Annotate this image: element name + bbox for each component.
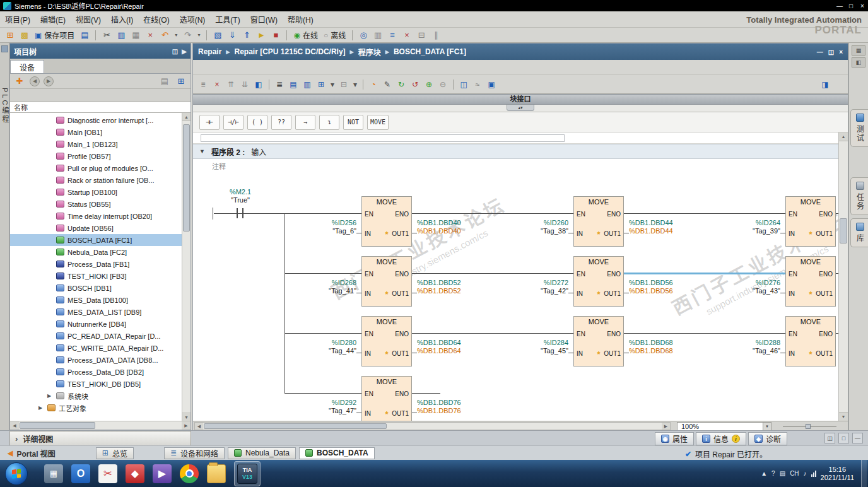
scroll-up-icon[interactable]: ▲ (839, 132, 848, 141)
move-block[interactable]: MOVE EN ENO IN OUT1 * (361, 316, 412, 367)
menu-insert[interactable]: 插入(I) (111, 14, 133, 25)
editor-vertical-scrollbar[interactable]: ▲ ▼ (838, 132, 848, 421)
list-view-icon[interactable]: ▤ (158, 75, 171, 88)
ladder-canvas[interactable]: 西门子工业技术论坛 support.industry.siemens.com/c… (193, 173, 848, 421)
tab-properties[interactable]: ◉ 属性 (655, 432, 694, 445)
add-device-icon[interactable]: ✚ (13, 75, 26, 88)
tree-item[interactable]: TEST_HIOKI_DB [DB5] (10, 378, 191, 390)
tray-expand-icon[interactable]: ▲ (761, 470, 767, 477)
expand-arrow-icon[interactable]: ▶ (47, 393, 53, 399)
move-block[interactable]: MOVE EN ENO IN OUT1 * (361, 196, 412, 247)
menu-options[interactable]: 选项(N) (180, 14, 206, 25)
tree-item[interactable]: TEST_HIOKI [FB3] (10, 270, 191, 282)
calculator-icon[interactable]: ▦ (44, 464, 63, 483)
input-operand[interactable]: %ID284 "Tag_45" (498, 339, 568, 355)
input-operand[interactable]: %ID256 "Tag_6" (286, 219, 356, 235)
tree-item[interactable]: Main_1 [OB123] (10, 138, 191, 150)
split-horizontal-icon[interactable]: ⊟ (415, 29, 428, 42)
start-cpu-icon[interactable]: ► (255, 29, 267, 42)
scroll-right-icon[interactable]: ▶ (182, 421, 191, 430)
breadcrumb-device[interactable]: Repair [CPU 1215C DC/DC/Rly] (235, 47, 346, 56)
move-block[interactable]: MOVE EN ENO IN OUT1 * (573, 196, 624, 247)
tree-item[interactable]: Nebula_Data [FC2] (10, 246, 191, 258)
update-calls-icon[interactable]: ◔ (367, 78, 380, 91)
tab-info[interactable]: i 信息 i (696, 432, 746, 445)
collapse-networks-icon[interactable]: ⇊ (238, 78, 251, 91)
tree-item[interactable]: NutrunnerKe [DB4] (10, 318, 191, 330)
start-simulation-icon[interactable]: ▥ (372, 29, 384, 42)
tree-item-technology-objects[interactable]: ▶ 工艺对象 (10, 402, 191, 414)
scrollbar-thumb[interactable] (840, 218, 847, 244)
move-block[interactable]: MOVE EN ENO IN OUT1 * (361, 376, 412, 421)
tree-item[interactable]: MES_Data [DB100] (10, 294, 191, 306)
print-icon[interactable]: ▤ (78, 29, 91, 42)
media-player-icon[interactable]: ▶ (153, 464, 172, 483)
minimize-icon[interactable]: — (834, 1, 845, 10)
cut-icon[interactable]: ✂ (100, 29, 113, 42)
collapse-panel-icon[interactable]: ▶ (182, 48, 187, 55)
slider-thumb[interactable] (806, 424, 811, 429)
maximize-icon[interactable]: □ (845, 1, 857, 10)
output-operand[interactable]: %DB1.DBD68 %DB1.DBD68 (629, 339, 700, 355)
output-operand[interactable]: %DB1.DBD40 %DB1.DBD40 (417, 219, 488, 235)
not-contact-icon[interactable]: NOT (343, 115, 363, 130)
input-operand[interactable]: %ID280 "Tag_44" (286, 339, 356, 355)
scrollbar-thumb[interactable] (183, 124, 190, 232)
new-project-icon[interactable]: ⊞ (4, 29, 16, 42)
go-online-button[interactable]: ◉ 在线 (291, 29, 320, 42)
input-operand[interactable]: %ID264 "Tag_39" (710, 219, 780, 235)
zoom-dropdown-icon[interactable]: ▾ (763, 423, 771, 430)
snipping-tool-icon[interactable]: ✂ (98, 464, 117, 483)
go-offline-icon[interactable]: ⊖ (437, 78, 449, 91)
output-operand[interactable]: %DB1.DBD56 %DB1.DBD56 (629, 279, 700, 295)
go-online-icon[interactable]: ⊕ (423, 78, 435, 91)
tree-item[interactable]: Startup [OB100] (10, 186, 191, 198)
menu-help[interactable]: 帮助(H) (288, 14, 314, 25)
insert-box-icon[interactable]: ⊞ (315, 78, 327, 91)
name-column-header[interactable]: 名称 (10, 102, 191, 113)
detail-view-bar[interactable]: › 详细视图 (9, 431, 191, 446)
move-block[interactable]: MOVE EN ENO IN OUT1 * (785, 196, 836, 247)
zoom-slider[interactable] (783, 422, 836, 431)
download-icon[interactable]: ⇓ (226, 29, 238, 42)
input-operand[interactable]: %ID288 "Tag_46" (710, 339, 780, 355)
tree-item[interactable]: Process_Data [FB1] (10, 258, 191, 270)
tree-item[interactable]: BOSCH [DB1] (10, 282, 191, 294)
empty-box-icon[interactable]: ?? (271, 115, 291, 130)
close-icon[interactable]: × (857, 1, 868, 10)
sync-online-icon[interactable]: ↺ (409, 78, 421, 91)
compile-block-icon[interactable]: ↻ (395, 78, 408, 91)
tab-devices[interactable]: 设备 (10, 60, 44, 73)
app-icon[interactable]: ◆ (126, 464, 144, 483)
move-block[interactable]: MOVE EN ENO IN OUT1 * (785, 316, 836, 367)
move-block[interactable]: MOVE EN ENO IN OUT1 * (785, 256, 836, 307)
cross-reference-icon[interactable]: ≡ (386, 29, 399, 42)
scroll-up-icon[interactable]: ▲ (182, 113, 191, 121)
splitter-grip[interactable]: ▴▾ (507, 105, 534, 111)
left-task-strip[interactable]: PLC编程 (0, 43, 9, 430)
collapse-right-icon[interactable]: ◧ (852, 57, 865, 67)
upload-icon[interactable]: ⇑ (240, 29, 253, 42)
tree-item[interactable]: PC_READ_DATA_Repair [D... (10, 330, 191, 342)
delete-row-icon[interactable]: × (211, 78, 223, 91)
selected-wire[interactable] (624, 273, 785, 274)
split-vertical-icon[interactable]: ∥ (430, 29, 442, 42)
tree-item[interactable]: Main [OB1] (10, 126, 191, 138)
expand-arrow-icon[interactable]: ▶ (38, 405, 44, 411)
compile-icon[interactable]: ▧ (211, 29, 224, 42)
tree-item[interactable]: Diagnostic error interrupt [... (10, 114, 191, 126)
tab-libraries[interactable]: 库 (850, 218, 868, 247)
input-operand[interactable]: %ID260 "Tag_38" (498, 219, 568, 235)
undo-dropdown-icon[interactable]: ▾ (173, 29, 179, 42)
absolute-operand-icon[interactable]: ◧ (252, 78, 265, 91)
tab-bosch-data[interactable]: BOSCH_DATA (299, 447, 375, 459)
back-icon[interactable]: ◀ (30, 76, 40, 86)
close-window-icon[interactable]: × (401, 29, 413, 42)
keyboard-tray-icon[interactable]: ▤ (780, 470, 785, 477)
network-comment-icon[interactable]: ≣ (273, 78, 286, 91)
scroll-right-icon[interactable]: ▶ (662, 423, 670, 430)
network-icon[interactable] (811, 471, 816, 477)
editor-close-icon[interactable]: × (839, 49, 843, 56)
scroll-down-icon[interactable]: ▼ (182, 413, 191, 421)
nc-contact-icon[interactable]: ⊣/⊢ (223, 115, 243, 130)
